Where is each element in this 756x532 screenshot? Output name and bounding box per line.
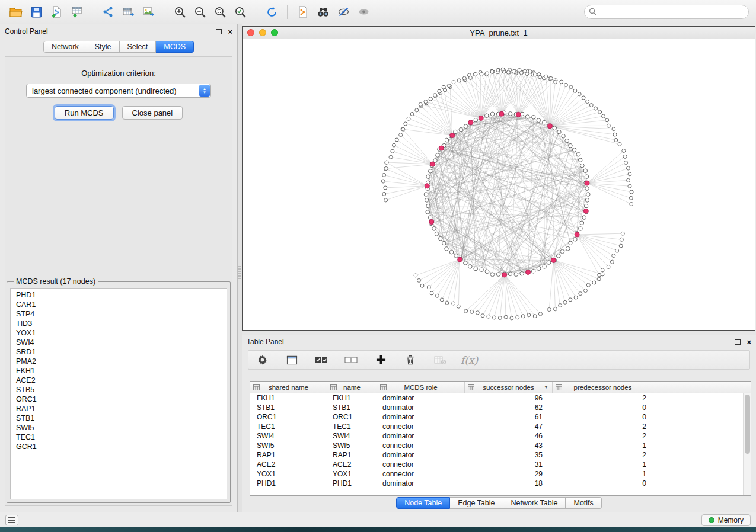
mcds-result-item[interactable]: PMA2	[16, 357, 227, 366]
close-table-panel-x-icon[interactable]: ×	[747, 338, 751, 346]
tab-motifs[interactable]: Motifs	[566, 497, 601, 509]
panel-menu-button[interactable]	[5, 515, 18, 525]
mcds-result-item[interactable]: SRD1	[16, 347, 227, 357]
table-cell: 1	[553, 460, 653, 469]
export-table-button[interactable]	[119, 3, 137, 21]
table-cell: dominator	[377, 431, 465, 441]
mcds-result-item[interactable]: STB5	[16, 385, 227, 395]
select-all-icon[interactable]	[312, 351, 330, 369]
zoom-in-button[interactable]	[171, 3, 189, 21]
network-canvas[interactable]	[243, 39, 755, 330]
optimization-criterion-select[interactable]: largest connected component (undirected)…	[26, 84, 211, 98]
table-cell: connector	[377, 460, 465, 469]
zoom-selected-button[interactable]	[231, 3, 249, 21]
mcds-result-item[interactable]: ACE2	[16, 376, 227, 385]
mcds-result-item[interactable]: PHD1	[16, 290, 227, 300]
mcds-result-item[interactable]: FKH1	[16, 366, 227, 376]
zoom-fit-button[interactable]	[211, 3, 229, 21]
save-session-button[interactable]	[27, 3, 45, 21]
table-row[interactable]: YOX1YOX1connector291	[250, 469, 743, 479]
column-header-predecessor-nodes[interactable]: predecessor nodes	[553, 382, 653, 393]
clone-network-button[interactable]	[294, 3, 312, 21]
scrollbar-thumb[interactable]	[745, 395, 750, 454]
tab-mcds[interactable]: MCDS	[156, 41, 194, 53]
table-cell: RAP1	[250, 450, 327, 460]
tab-network[interactable]: Network	[43, 41, 87, 53]
open-file-button[interactable]	[7, 3, 25, 21]
show-columns-icon[interactable]	[283, 351, 301, 369]
table-scrollbar[interactable]	[743, 393, 751, 495]
table-row[interactable]: ACE2ACE2connector311	[250, 460, 743, 469]
new-network-button[interactable]	[99, 3, 117, 21]
table-row[interactable]: PHD1PHD1dominator180	[250, 479, 743, 488]
mcds-result-item[interactable]: SWI5	[16, 423, 227, 432]
table-row[interactable]: SWI4SWI4dominator462	[250, 431, 743, 441]
mcds-result-item[interactable]: ORC1	[16, 395, 227, 404]
table-row[interactable]: STB1STB1dominator620	[250, 403, 743, 412]
zoom-out-button[interactable]	[191, 3, 209, 21]
tab-edge-table[interactable]: Edge Table	[450, 497, 503, 509]
tab-select[interactable]: Select	[120, 41, 157, 53]
tab-node-table[interactable]: Node Table	[396, 497, 450, 509]
table-row[interactable]: SWI5SWI5connector431	[250, 441, 743, 450]
vertical-splitter[interactable]	[238, 24, 242, 512]
table-panel-header: Table Panel ×	[242, 335, 756, 349]
mcds-result-item[interactable]: RAP1	[16, 404, 227, 414]
table-cell: RAP1	[327, 450, 377, 460]
export-image-button[interactable]	[139, 3, 157, 21]
table-row[interactable]: TEC1TEC1connector472	[250, 422, 743, 431]
mcds-result-item[interactable]: STP4	[16, 309, 227, 319]
sort-arrow-icon[interactable]: ▼	[544, 384, 548, 390]
mcds-result-item[interactable]: STB1	[16, 414, 227, 423]
hide-selection-icon[interactable]	[334, 3, 352, 21]
mcds-result-item[interactable]: TEC1	[16, 432, 227, 442]
table-cell: YOX1	[327, 469, 377, 479]
column-header-name[interactable]: name	[327, 382, 377, 393]
mcds-result-item[interactable]: YOX1	[16, 328, 227, 338]
horizontal-splitter[interactable]	[242, 331, 756, 335]
float-panel-icon[interactable]	[216, 29, 222, 34]
optimization-criterion-value: largest connected component (undirected)	[32, 86, 177, 95]
mcds-result-box: MCDS result (17 nodes) PHD1CAR1STP4TID3Y…	[7, 277, 231, 503]
close-panel-x-icon[interactable]: ×	[228, 28, 232, 36]
import-table-file-button[interactable]	[68, 3, 85, 21]
deselect-all-icon[interactable]	[342, 351, 360, 369]
table-settings-gear-icon[interactable]	[253, 351, 271, 369]
table-panel: Table Panel ×	[242, 335, 756, 512]
tab-network-table[interactable]: Network Table	[503, 497, 566, 509]
import-network-file-button[interactable]	[47, 3, 65, 21]
mcds-result-item[interactable]: CAR1	[16, 300, 227, 309]
close-panel-button[interactable]: Close panel	[122, 106, 183, 120]
table-cell: SWI5	[250, 441, 327, 450]
delete-column-trash-icon[interactable]	[401, 351, 419, 369]
column-header-MCDS-role[interactable]: MCDS role	[377, 382, 465, 393]
column-header-shared-name[interactable]: shared name	[250, 382, 327, 393]
float-table-panel-icon[interactable]	[735, 339, 741, 345]
refresh-button[interactable]	[263, 3, 280, 21]
table-cell: TEC1	[327, 422, 377, 431]
table-cell: 18	[465, 479, 553, 488]
search-input[interactable]	[584, 5, 749, 19]
table-cell: 2	[553, 393, 653, 403]
control-panel: Control Panel × NetworkStyleSelectMCDS O…	[0, 24, 238, 512]
mcds-result-item[interactable]: TID3	[16, 319, 227, 328]
table-row[interactable]: FKH1FKH1dominator962	[250, 393, 743, 403]
column-table-icon	[556, 384, 562, 392]
show-graphics-eye-icon[interactable]	[355, 3, 372, 21]
memory-button[interactable]: Memory	[701, 514, 751, 526]
control-panel-header: Control Panel ×	[0, 24, 237, 39]
add-column-plus-icon[interactable]	[372, 351, 390, 369]
mcds-result-list[interactable]: PHD1CAR1STP4TID3YOX1SWI4SRD1PMA2FKH1ACE2…	[10, 288, 227, 499]
column-header-successor-nodes[interactable]: successor nodes▼	[465, 382, 553, 393]
run-mcds-button[interactable]: Run MCDS	[55, 106, 114, 120]
table-row[interactable]: ORC1ORC1dominator610	[250, 412, 743, 422]
mcds-result-item[interactable]: GCR1	[16, 442, 227, 451]
table-cell: 0	[553, 412, 653, 422]
tab-style[interactable]: Style	[87, 41, 120, 53]
find-binoculars-icon[interactable]	[314, 3, 332, 21]
splitter-grip-icon[interactable]	[238, 266, 241, 279]
table-cell: 29	[465, 469, 553, 479]
mcds-result-item[interactable]: SWI4	[16, 338, 227, 347]
table-row[interactable]: RAP1RAP1dominator352	[250, 450, 743, 460]
table-cell: SWI4	[327, 431, 377, 441]
